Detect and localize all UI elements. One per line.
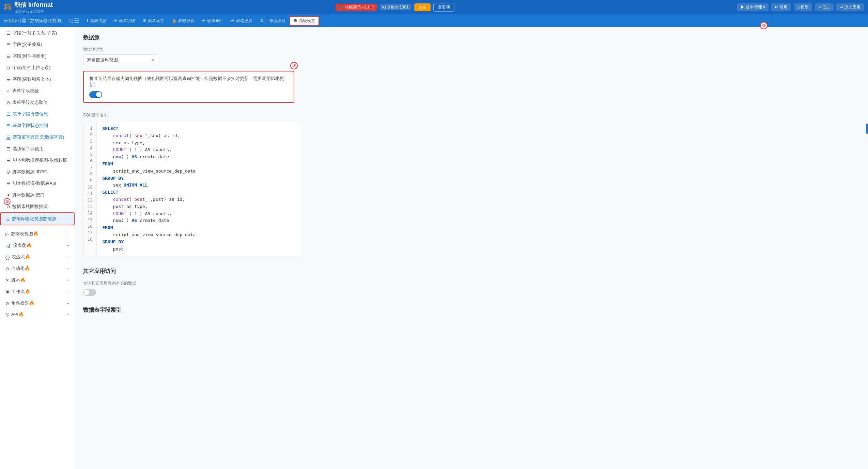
type-label: 数据源类型	[83, 47, 860, 52]
publish-button[interactable]: 发布	[414, 3, 431, 11]
type-select[interactable]: 来自数据库视图 ▾	[83, 54, 158, 65]
feature-label: 功能演示-v1.0	[345, 4, 370, 10]
sidebar-item-script-jdbc[interactable]: ⊙ 脚本数据源-JDBC	[0, 166, 75, 178]
datasource-section: 数据源 数据源类型 来自数据库视图 ▾ 将查询结果存储为物化视图（物化视图可以提…	[83, 34, 860, 108]
materialized-view-toggle[interactable]	[89, 91, 102, 98]
other-access-toggle[interactable]	[83, 289, 96, 296]
breadcrumb: 应用设计器 / 数据库物化视图...	[4, 18, 65, 24]
tab-advanced-settings[interactable]: ⚙ 高级设置	[290, 16, 319, 26]
sidebar-item-field-validate[interactable]: ✓ 表单字段校验	[0, 85, 75, 97]
sidebar-group-expression[interactable]: { } 表达式🔥 +	[0, 251, 75, 263]
top-bar-center: 🎮 功能演示-v1.0 ? v1.0 build1001 发布 变更项	[336, 3, 454, 12]
brace-icon: { }	[5, 255, 10, 260]
sidebar-group-script[interactable]: ✕ 脚本🔥 +	[0, 274, 75, 286]
logo-text: 积信 Informat 深圳基石应用市场	[14, 1, 53, 14]
sidebar-group-automation[interactable]: ⊙ 自动化🔥 +	[0, 263, 75, 274]
version-badge: v1.0 build1001	[379, 4, 412, 10]
feature-badge: 🎮 功能演示-v1.0 ?	[336, 4, 376, 11]
change-button[interactable]: 变更项	[433, 3, 454, 12]
code-area: SELECT concat('sex_',sex) as id, sex as …	[97, 121, 301, 257]
field-list-icon4: ☰	[6, 77, 11, 82]
tab-form-fields[interactable]: ☰ 表单字段	[110, 17, 139, 25]
copy-icon[interactable]: ⧉	[69, 17, 73, 25]
sidebar-item-db-view-datasource[interactable]: ⊙ 数据库视图数据源 ①	[0, 201, 75, 212]
sidebar: ☰ 字段(一对多关系-子表) ☰ 字段(父子关系) ☰ 字段(附件与签名) ⊙ …	[0, 27, 75, 469]
version-manage-button[interactable]: ▶ 版本管理 ▾	[737, 3, 769, 11]
field-list-icon3: ☰	[6, 54, 11, 59]
sidebar-group-dashboard[interactable]: 📊 仪表盘🔥 +	[0, 240, 75, 251]
top-bar: 積 积信 Informat 深圳基石应用市场 🎮 功能演示-v1.0 ? v1.…	[0, 0, 868, 14]
tab-permission-settings[interactable]: 🔒 权限设置	[168, 17, 198, 25]
auto-icon: ⊙	[5, 266, 9, 271]
sidebar-item-dict-define[interactable]: ☰ 选项值字典定义(数据字典)	[0, 131, 75, 143]
tab-table-settings[interactable]: ☰ 表格设置	[228, 17, 256, 25]
index-section: 数据表字段索引	[83, 307, 860, 314]
sidebar-item-attachment-upload[interactable]: ⊙ 字段(附件上传记录)	[0, 62, 75, 74]
sidebar-item-attachment-sign[interactable]: ☰ 字段(附件与签名)	[0, 50, 75, 62]
tab-form-events[interactable]: ☰ 表单事件	[199, 17, 227, 25]
breadcrumb-icons: ⧉ ☰	[69, 17, 79, 25]
sidebar-item-status-control[interactable]: ☰ 表单字段状态控制	[0, 120, 75, 131]
sidebar-group-data-view[interactable]: ▷ 数据表视图🔥 +	[0, 228, 75, 240]
field-list-icon9: ☰	[6, 158, 11, 163]
help-icon[interactable]: ?	[372, 5, 374, 10]
enter-app-button[interactable]: ➜ 进入应用	[836, 3, 864, 11]
logo-sub: 深圳基石应用市场	[14, 9, 53, 14]
group-expand-icon: ▷	[5, 231, 9, 237]
sql-label: SQL查询语句	[83, 112, 860, 118]
badge-2: ②	[760, 22, 768, 29]
sidebar-item-dict-use[interactable]: ☰ 选项值字典使用	[0, 143, 75, 155]
sidebar-item-script-interface[interactable]: ✦ 脚本数据源-接口	[0, 189, 75, 201]
sidebar-item-dynamic-value[interactable]: ⊙ 表单字段动态取值	[0, 97, 75, 108]
sidebar-item-script-table-api[interactable]: ☰ 脚本数据源-数据表Api	[0, 178, 75, 189]
list-icon[interactable]: ☰	[74, 17, 79, 25]
top-bar-right: ▶ 版本管理 ▾ ↩ 引用 □ 模型 ≡ 日志 ➜ 进入应用	[737, 3, 864, 11]
type-value: 来自数据库视图	[87, 57, 118, 63]
sql-section: SQL查询语句 12345 678910 1112131415 161718 S…	[83, 112, 860, 257]
sidebar-group-api[interactable]: ◎ API🔥 +	[0, 309, 75, 320]
sql-editor[interactable]: 12345 678910 1112131415 161718 SELECT co…	[83, 121, 301, 257]
model-button[interactable]: □ 模型	[794, 3, 812, 11]
sidebar-item-script-db-dep[interactable]: ☰ 脚本和数据库视图-依赖数据	[0, 155, 75, 166]
tab-navigation: ℹ 基本信息 ☰ 表单字段 ⚙ 表单设置 🔒 权限设置 ☰ 表单事件 ☰ 表格设…	[83, 16, 319, 26]
workflow-icon: ▣	[5, 289, 10, 294]
sidebar-group-workflow[interactable]: ▣ 工作流🔥 +	[0, 286, 75, 297]
script-icon: ✕	[5, 278, 9, 283]
reference-button[interactable]: ↩ 引用	[771, 3, 791, 11]
tab-form-settings[interactable]: ⚙ 表单设置	[139, 17, 168, 25]
sidebar-group-role-permission[interactable]: ⊙ 角色权限🔥 +	[0, 297, 75, 309]
sidebar-item-one-to-many[interactable]: ☰ 字段(一对多关系-子表)	[0, 27, 75, 39]
sql-editor-wrapper: 12345 678910 1112131415 161718 SELECT co…	[83, 121, 860, 257]
other-access-title: 其它应用访问	[83, 268, 860, 275]
field-list-icon2: ☰	[6, 42, 11, 47]
save-button[interactable]: 保存	[866, 124, 868, 134]
other-access-section: 其它应用访问 允许其它应用查询本表的数据	[83, 268, 860, 296]
field-circle-icon: ⊙	[6, 65, 10, 70]
second-bar: 应用设计器 / 数据库物化视图... ⧉ ☰ ℹ 基本信息 ☰ 表单字段 ⚙ 表…	[0, 14, 868, 27]
field-list-icon: ☰	[6, 31, 11, 36]
feature-icon: 🎮	[338, 5, 343, 10]
check-icon: ✓	[6, 88, 10, 94]
index-title: 数据表字段索引	[83, 307, 860, 314]
sidebar-item-pending-info[interactable]: ☰ 表单字段待选信息	[0, 108, 75, 120]
tab-basic-info[interactable]: ℹ 基本信息	[83, 17, 110, 25]
line-numbers: 12345 678910 1112131415 161718	[83, 121, 97, 257]
log-button[interactable]: ≡ 日志	[815, 3, 833, 11]
notice-box: 将查询结果存储为物化视图（物化视图可以提高查询性能，但是数据不会实时更新，需要调…	[83, 71, 294, 103]
tab-workflow-settings[interactable]: ⚙ 工作流设置	[257, 17, 289, 25]
field-circle-icon2: ⊙	[6, 100, 10, 105]
field-list-icon6: ☰	[6, 123, 11, 128]
logo: 積 积信 Informat 深圳基石应用市场	[4, 1, 53, 14]
star-icon: ✦	[6, 193, 10, 198]
notice-text: 将查询结果存储为物化视图（物化视图可以提高查询性能，但是数据不会实时更新，需要调…	[89, 76, 288, 88]
field-circle-icon5: ⊙	[6, 216, 10, 222]
badge-3: ③	[290, 62, 298, 69]
badge-1: ①	[4, 198, 11, 205]
sidebar-item-parent-child[interactable]: ☰ 字段(父子关系)	[0, 39, 75, 50]
sidebar-item-function-richtext[interactable]: ☰ 字段(函数和富文本)	[0, 74, 75, 85]
chevron-down-icon: ▾	[152, 58, 154, 63]
field-list-icon7: ☰	[6, 135, 11, 140]
main-content: 数据源 数据源类型 来自数据库视图 ▾ 将查询结果存储为物化视图（物化视图可以提…	[75, 27, 868, 469]
field-circle-icon3: ⊙	[6, 169, 10, 175]
sidebar-item-db-materialized-datasource[interactable]: ⊙ 数据库物化视图数据源	[0, 212, 75, 225]
